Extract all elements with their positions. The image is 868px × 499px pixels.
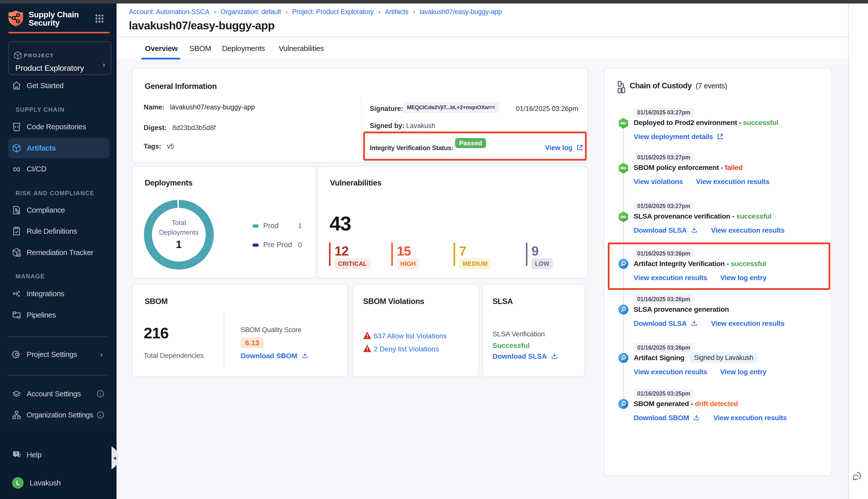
svg-text:?: ?	[15, 452, 17, 456]
